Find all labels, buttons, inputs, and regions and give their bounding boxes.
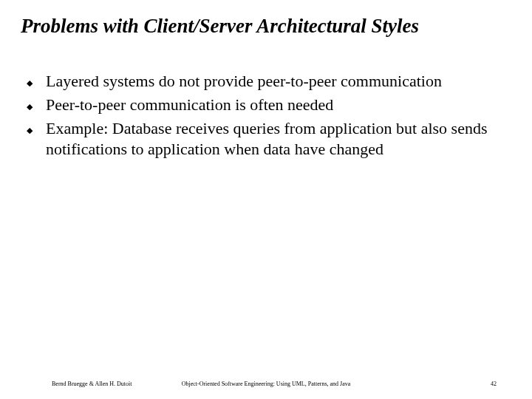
bullet-item: ◆ Peer-to-peer communication is often ne… xyxy=(27,95,502,115)
bullet-icon: ◆ xyxy=(27,125,33,135)
slide: Problems with Client/Server Architectura… xyxy=(0,0,532,399)
bullet-item: ◆ Example: Database receives queries fro… xyxy=(27,118,502,160)
bullet-text: Example: Database receives queries from … xyxy=(46,118,502,160)
footer-book-title: Object-Oriented Software Engineering: Us… xyxy=(0,381,532,387)
bullet-item: ◆ Layered systems do not provide peer-to… xyxy=(27,71,502,92)
footer-page-number: 42 xyxy=(491,381,497,387)
bullet-icon: ◆ xyxy=(27,78,33,88)
bullet-text: Layered systems do not provide peer-to-p… xyxy=(46,71,502,92)
bullet-icon: ◆ xyxy=(27,101,33,112)
slide-body: ◆ Layered systems do not provide peer-to… xyxy=(27,71,502,163)
bullet-text: Peer-to-peer communication is often need… xyxy=(46,95,502,115)
slide-title: Problems with Client/Server Architectura… xyxy=(21,15,511,38)
slide-footer: Bernd Bruegge & Allen H. Dutoit Object-O… xyxy=(0,377,532,387)
